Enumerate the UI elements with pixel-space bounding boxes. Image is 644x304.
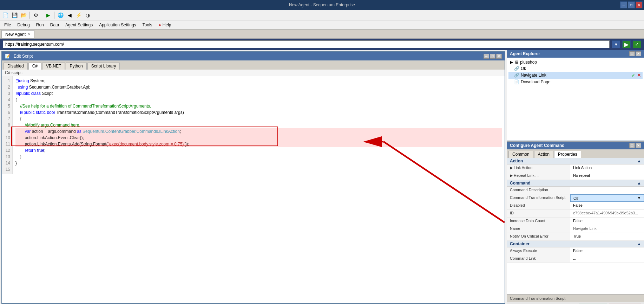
edit-script-restore-btn[interactable]: □ xyxy=(490,54,495,59)
configure-panel-titlebar: Configure Agent Command □ ✕ xyxy=(507,142,644,149)
tree-ok-label: Ok xyxy=(521,66,526,71)
url-run-btn[interactable]: ▶ xyxy=(622,40,631,48)
script-tabs: Disabled C# VB.NET Python Script Library xyxy=(2,60,505,70)
code-line-12: return true; xyxy=(15,147,502,154)
browser-icon[interactable]: 🌐 xyxy=(57,11,64,19)
dark-icon[interactable]: ◑ xyxy=(84,11,92,19)
menu-app-settings[interactable]: Application Settings xyxy=(96,21,139,28)
cmd-transform-dropdown[interactable]: ▼ xyxy=(637,196,641,200)
tree-plusshop-label: plusshop xyxy=(520,60,537,65)
code-editor[interactable]: 12345 678910 1112131415 ⊟using System; u… xyxy=(2,76,505,303)
save-icon[interactable]: 💾 xyxy=(11,11,18,19)
cp-close-btn[interactable]: ✕ xyxy=(636,143,641,148)
ae-restore-btn[interactable]: □ xyxy=(629,51,635,56)
section-container-collapse[interactable]: ▲ xyxy=(637,241,641,246)
menu-help[interactable]: ● Help xyxy=(156,21,174,28)
ae-close-btn[interactable]: ✕ xyxy=(636,51,641,56)
tab-common[interactable]: Common xyxy=(508,151,533,158)
section-action: Action ▲ xyxy=(507,158,644,164)
tree-arrow-icon: ▶ xyxy=(510,60,513,65)
run-icon[interactable]: ▶ xyxy=(44,11,52,19)
code-line-4: { xyxy=(15,97,502,103)
section-command-collapse[interactable]: ▲ xyxy=(637,181,641,186)
url-bar: ▾ ▶ ✓ xyxy=(0,39,644,50)
section-container: Container ▲ xyxy=(507,241,644,247)
properties-icon[interactable]: ⚙ xyxy=(32,11,40,19)
config-row-increase-data: Increase Data Count False xyxy=(507,218,644,225)
forward-icon[interactable]: ⚡ xyxy=(75,11,83,19)
back-icon[interactable]: ◀ xyxy=(66,11,73,19)
menu-run[interactable]: Run xyxy=(33,21,47,28)
code-line-2: using Sequentum.ContentGrabber.Api; xyxy=(15,84,502,90)
repeat-link-indicator: ▶ xyxy=(510,173,514,177)
title-bar-controls[interactable]: ─ □ ✕ xyxy=(620,1,643,8)
config-row-repeat-link: ▶ Repeat Link ... No repeat xyxy=(507,172,644,180)
edit-script-window: 📝 Edit Script ─ □ ✕ Disabled C# VB.NET P… xyxy=(1,51,505,304)
edit-script-titlebar-controls[interactable]: ─ □ ✕ xyxy=(484,54,502,59)
agent-explorer-content: ▶ 🖥 plusshop 🔗 Ok 🔗 Navigate Link ✓ ✕ 📄 … xyxy=(507,58,644,141)
line-numbers: 12345 678910 1112131415 xyxy=(2,76,13,174)
code-header: C# script: xyxy=(2,70,505,76)
minimize-btn[interactable]: ─ xyxy=(620,1,627,8)
config-row-link-action: ▶ Link Action Link Action xyxy=(507,164,644,172)
config-footer: ✓ ✓ Save ✕ ✕ Cancel xyxy=(507,302,644,304)
cp-restore-btn[interactable]: □ xyxy=(629,143,635,148)
url-dropdown-btn[interactable]: ▾ xyxy=(612,40,620,48)
section-command: Command ▲ xyxy=(507,180,644,187)
menu-file[interactable]: File xyxy=(1,21,14,28)
config-row-cmd-link: Command Link ... xyxy=(507,255,644,263)
main-layout: 📝 Edit Script ─ □ ✕ Disabled C# VB.NET P… xyxy=(0,50,644,304)
edit-script-minimize-btn[interactable]: ─ xyxy=(484,54,489,59)
config-row-notify: Notify On Critical Error True xyxy=(507,233,644,241)
edit-script-close-btn[interactable]: ✕ xyxy=(496,54,502,59)
title-bar: New Agent - Sequentum Enterprise ─ □ ✕ xyxy=(0,0,644,10)
tab-vbnet[interactable]: VB.NET xyxy=(42,63,65,70)
agent-explorer-controls[interactable]: □ ✕ xyxy=(629,51,641,56)
tree-navigate-label: Navigate Link xyxy=(521,73,546,78)
configure-panel-controls[interactable]: □ ✕ xyxy=(629,143,641,148)
code-line-11: action.LinkAction.Events.Add(String.Form… xyxy=(15,141,502,147)
config-status-label: Command Transformation Script xyxy=(510,296,565,300)
code-line-15 xyxy=(15,166,502,173)
open-icon[interactable]: 📂 xyxy=(20,11,27,19)
config-row-name: Name Navigate Link xyxy=(507,225,644,233)
tree-download-label: Download Page xyxy=(521,79,551,84)
code-line-9: var action = args.command as Sequentum.C… xyxy=(15,128,502,135)
tab-properties[interactable]: Properties xyxy=(554,151,581,158)
agent-explorer: Agent Explorer □ ✕ ▶ 🖥 plusshop 🔗 Ok xyxy=(507,50,644,141)
tab-new-agent[interactable]: New Agent ✕ xyxy=(1,30,34,38)
config-row-cmd-transform[interactable]: Command Transformation Script C# ▼ xyxy=(507,194,644,202)
code-line-14: } xyxy=(15,160,502,166)
code-line-8: //Modify args.Command here. xyxy=(15,122,502,128)
section-action-collapse[interactable]: ▲ xyxy=(637,159,641,163)
tab-action[interactable]: Action xyxy=(534,151,553,158)
tab-csharp[interactable]: C# xyxy=(28,63,41,70)
menu-debug[interactable]: Debug xyxy=(14,21,32,28)
config-row-disabled: Disabled False xyxy=(507,202,644,210)
edit-script-titlebar: 📝 Edit Script ─ □ ✕ xyxy=(2,52,505,60)
toolbar: 📄 💾 📂 ⚙ ▶ 🌐 ◀ ⚡ ◑ xyxy=(0,10,644,20)
config-body: Action ▲ ▶ Link Action Link Action ▶ Rep… xyxy=(507,158,644,294)
restore-btn[interactable]: □ xyxy=(628,1,635,8)
agent-explorer-title: Agent Explorer xyxy=(510,51,540,56)
code-line-3: ⊟public class Script xyxy=(15,90,502,97)
config-status-footer: Command Transformation Script xyxy=(507,294,644,302)
url-input[interactable] xyxy=(3,40,610,48)
code-content: 12345 678910 1112131415 ⊟using System; u… xyxy=(2,76,505,174)
code-line-7: { xyxy=(15,116,502,122)
menu-data[interactable]: Data xyxy=(47,21,62,28)
new-file-icon[interactable]: 📄 xyxy=(1,11,9,19)
tab-disabled[interactable]: Disabled xyxy=(4,63,28,70)
tab-close-icon[interactable]: ✕ xyxy=(28,32,31,36)
tree-item-ok[interactable]: 🔗 Ok xyxy=(508,65,643,72)
tree-item-navigate-link[interactable]: 🔗 Navigate Link ✓ ✕ xyxy=(508,72,643,79)
tab-python[interactable]: Python xyxy=(66,63,86,70)
tab-script-library[interactable]: Script Library xyxy=(87,63,120,70)
configure-panel-title: Configure Agent Command xyxy=(510,143,565,148)
close-btn[interactable]: ✕ xyxy=(636,1,643,8)
tree-item-download-page[interactable]: 📄 Download Page xyxy=(508,79,643,85)
tree-item-plusshop[interactable]: ▶ 🖥 plusshop xyxy=(508,59,643,65)
menu-agent-settings[interactable]: Agent Settings xyxy=(63,21,96,28)
menu-tools[interactable]: Tools xyxy=(140,21,155,28)
url-check-btn[interactable]: ✓ xyxy=(633,40,641,48)
